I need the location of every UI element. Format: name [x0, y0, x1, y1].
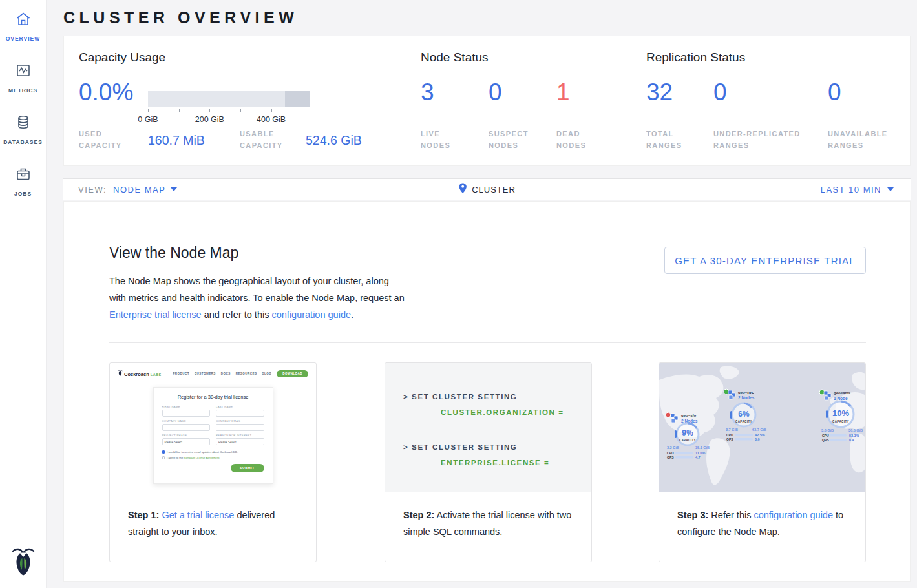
sidebar-item-databases[interactable]: DATABASES: [0, 103, 46, 155]
view-selected-value: NODE MAP: [113, 179, 165, 200]
svg-text:35.1 GiB: 35.1 GiB: [695, 446, 710, 450]
axis-tick: [148, 109, 149, 112]
enterprise-trial-button[interactable]: GET A 30-DAY ENTERPRISE TRIAL: [664, 247, 866, 274]
enterprise-trial-license-link[interactable]: Enterprise trial license: [109, 310, 202, 320]
view-label: VIEW:: [78, 179, 107, 200]
usable-capacity-label: USABLE CAPACITY: [240, 128, 304, 151]
divider: [109, 342, 866, 343]
cockroach-labs-logo: [11, 545, 36, 579]
svg-text:geo=nyc: geo=nyc: [738, 390, 754, 394]
svg-text:6%: 6%: [738, 410, 750, 419]
mini-field-label: PROJECT PHASE: [162, 434, 211, 437]
dead-nodes-value: 1: [556, 79, 570, 106]
mini-field-label: COMPANY EMAIL: [216, 419, 264, 423]
chevron-down-icon: [887, 187, 894, 191]
metrics-icon: [15, 62, 32, 81]
time-range-value: LAST 10 MIN: [821, 185, 881, 194]
sql-keyword-line: > SET CLUSTER SETTING: [403, 389, 591, 404]
cockroach-labs-mini-logo: Cockroach LABS: [118, 370, 162, 377]
capacity-bar-nonusable-segment: [285, 91, 310, 107]
capacity-usage-title: Capacity Usage: [79, 50, 165, 65]
mini-checkbox-label: I agree to the: [167, 456, 184, 459]
mini-checkbox-label: I would like to receive email updates ab…: [167, 450, 238, 454]
time-range-dropdown[interactable]: LAST 10 MIN: [821, 179, 894, 200]
svg-text:10%: 10%: [832, 408, 849, 418]
axis-tick: [209, 109, 210, 112]
svg-text:63.7 GiB: 63.7 GiB: [752, 428, 766, 432]
axis-tick-label: 400 GiB: [257, 115, 286, 124]
node-status-title: Node Status: [421, 50, 489, 65]
mini-field-label: COMPANY NAME: [162, 419, 211, 423]
axis-tick-label: 0 GiB: [138, 115, 158, 124]
svg-text:2 Nodes: 2 Nodes: [738, 395, 755, 400]
sql-setting-line: CLUSTER.ORGANIZATION =: [403, 404, 591, 420]
sidebar-item-jobs[interactable]: JOBS: [0, 155, 46, 207]
axis-tick: [179, 109, 180, 112]
view-selector-dropdown[interactable]: NODE MAP: [113, 179, 177, 200]
svg-text:3.2 GiB: 3.2 GiB: [667, 446, 679, 450]
live-nodes-label: LIVE NODES: [421, 128, 467, 151]
mini-field-label: FIRST NAME: [162, 405, 211, 408]
databases-icon: [15, 114, 32, 133]
svg-text:CAPACITY: CAPACITY: [735, 420, 752, 423]
axis-tick-label: 200 GiB: [195, 115, 224, 124]
svg-text:CPU: CPU: [726, 433, 733, 437]
map-pin-icon: [458, 183, 467, 196]
svg-text:CAPACITY: CAPACITY: [679, 439, 696, 442]
mini-form-title: Register for a 30-day trial license: [162, 394, 264, 400]
sidebar-item-metrics[interactable]: METRICS: [0, 52, 46, 103]
sidebar-item-label: METRICS: [8, 87, 37, 94]
mini-nav-item: CUSTOMERS: [195, 372, 216, 375]
breadcrumb: CLUSTER: [458, 179, 516, 200]
svg-text:3.7 GiB: 3.7 GiB: [726, 428, 738, 432]
step-2-caption: Step 2: Activate the trial license with …: [385, 492, 591, 540]
mini-select: Please Select: [162, 438, 211, 445]
under-replicated-ranges-label: UNDER-REPLICATED RANGES: [713, 128, 820, 151]
used-capacity-value: 160.7 MiB: [148, 133, 205, 148]
mini-nav-item: DOCS: [221, 372, 231, 375]
unavailable-ranges-value: 0: [828, 79, 841, 106]
capacity-bar: [148, 91, 310, 107]
get-trial-license-link[interactable]: Get a trial license: [162, 510, 234, 520]
step-1-card: Cockroach LABS PRODUCT CUSTOMERS DOCS RE…: [109, 362, 317, 562]
sidebar: OVERVIEW METRICS DATABASES JOBS: [0, 0, 47, 588]
svg-text:QPS: QPS: [726, 437, 733, 441]
sidebar-item-label: OVERVIEW: [6, 36, 41, 42]
svg-text:CPU: CPU: [822, 434, 829, 437]
unavailable-ranges-label: UNAVAILABLE RANGES: [828, 128, 902, 151]
mini-nav-item: BLOG: [262, 372, 271, 375]
live-nodes-value: 3: [421, 79, 434, 106]
trial-license-form-thumbnail: Cockroach LABS PRODUCT CUSTOMERS DOCS RE…: [110, 363, 316, 492]
view-toolbar: VIEW: NODE MAP CLUSTER LAST 10 MIN: [63, 178, 911, 200]
step-2-card: > SET CLUSTER SETTING CLUSTER.ORGANIZATI…: [385, 362, 592, 562]
step-label: Step 3:: [677, 510, 708, 520]
mini-input: [162, 410, 211, 417]
replication-status-title: Replication Status: [646, 50, 745, 65]
sql-keyword-line: > SET CLUSTER SETTING: [403, 439, 591, 455]
step-3-caption: Step 3: Refer this configuration guide t…: [659, 492, 865, 540]
step-label: Step 2:: [403, 510, 434, 520]
node-map-thumbnail: geo=sfo 2 Nodes 9% CAPACITY 3.2 GiB 35.1…: [659, 363, 865, 492]
promo-title: View the Node Map: [109, 244, 238, 262]
page-title: CLUSTER OVERVIEW: [63, 8, 298, 27]
usable-capacity-value: 524.6 GiB: [306, 133, 362, 148]
total-ranges-value: 32: [646, 79, 673, 106]
dead-nodes-label: DEAD NODES: [556, 128, 603, 151]
svg-text:6.4: 6.4: [849, 438, 855, 442]
configuration-guide-link[interactable]: configuration guide: [271, 310, 351, 320]
mini-nav-item: RESOURCES: [236, 372, 257, 375]
mini-license-link: Software License Agreement.: [184, 456, 220, 459]
sidebar-item-overview[interactable]: OVERVIEW: [0, 0, 46, 52]
breadcrumb-location: CLUSTER: [472, 185, 516, 194]
cluster-overview-screen: OVERVIEW METRICS DATABASES JOBS: [0, 0, 917, 588]
configuration-guide-link[interactable]: configuration guide: [754, 510, 833, 520]
mini-input: [162, 424, 211, 431]
mini-submit-button: SUBMIT: [231, 464, 264, 472]
mini-input: [216, 410, 264, 417]
svg-text:1 Node: 1 Node: [834, 396, 848, 401]
svg-text:QPS: QPS: [822, 438, 829, 442]
sidebar-item-label: JOBS: [14, 191, 32, 197]
chevron-down-icon: [171, 187, 177, 191]
svg-text:CPU: CPU: [667, 451, 674, 455]
mini-select: Please Select: [216, 438, 264, 445]
